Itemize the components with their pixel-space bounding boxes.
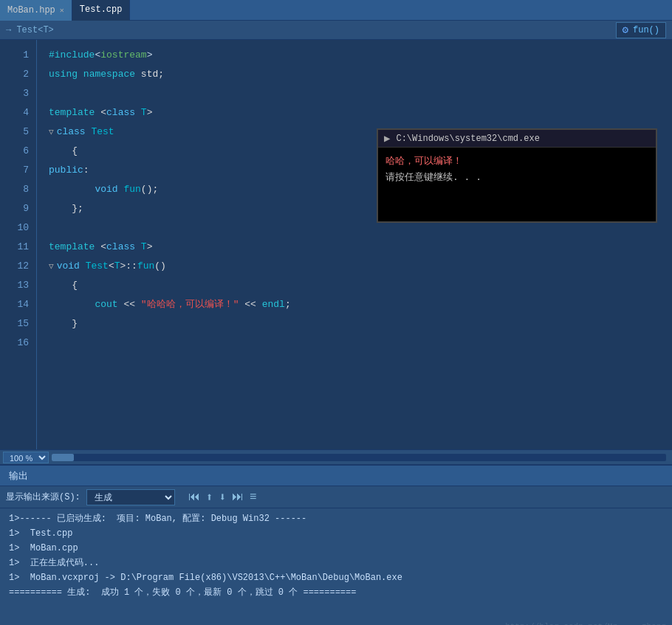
line-numbers: 1 2 3 4 5 6 7 8 9 10 11 12 13 14 15 16 — [0, 40, 37, 449]
settings-icon: ⚙ — [623, 24, 628, 36]
breadcrumb-function: fun() — [633, 25, 659, 35]
ln-9: 9 — [0, 199, 36, 218]
output-panel: 输出 显示输出来源(S): 生成 ⏮ ⬆ ⬇ ⏭ ≡ 1>------ 已启动生… — [0, 464, 672, 625]
output-content: 1>------ 已启动生成: 项目: MoBan, 配置: Debug Win… — [0, 508, 672, 603]
tab-test-label: Test.cpp — [80, 4, 123, 15]
cmd-overlay-window[interactable]: ▶ C:\Windows\system32\cmd.exe 哈哈，可以编译！ 请… — [377, 128, 657, 223]
cmd-line-2: 请按任意键继续. . . — [385, 172, 481, 183]
cmd-line-1: 哈哈，可以编译！ — [385, 156, 462, 167]
toolbar-btn-4[interactable]: ⏭ — [230, 488, 245, 505]
fold-12[interactable]: ▽ — [49, 257, 54, 276]
ln-11: 11 — [0, 238, 36, 257]
output-line-2: 1> Test.cpp — [9, 526, 663, 541]
code-line-2: using namespace std; — [49, 65, 660, 84]
tab-bar: MoBan.hpp ✕ Test.cpp — [0, 0, 672, 21]
output-source-select[interactable]: 生成 — [86, 489, 175, 505]
toolbar-icons: ⏮ ⬆ ⬇ ⏭ ≡ — [187, 488, 258, 506]
breadcrumb-left: → Test<T> — [6, 25, 57, 35]
tab-moban-close[interactable]: ✕ — [60, 6, 64, 15]
breadcrumb-text: → Test<T> — [6, 25, 54, 35]
output-title: 输出 — [9, 469, 28, 483]
editor-area: 1 2 3 4 5 6 7 8 9 10 11 12 13 14 15 16 #… — [0, 40, 672, 449]
output-line-5: 1> MoBan.vcxproj -> D:\Program File(x86)… — [9, 570, 663, 585]
code-line-14: cout << "哈哈哈，可以编译！" << endl; — [49, 295, 660, 314]
toolbar-btn-5[interactable]: ≡ — [248, 489, 258, 505]
tab-moban-label: MoBan.hpp — [7, 5, 55, 15]
ln-16: 16 — [0, 334, 36, 353]
scroll-thumb[interactable] — [52, 454, 74, 461]
ln-6: 6 — [0, 142, 36, 161]
output-line-3: 1> MoBan.cpp — [9, 541, 663, 556]
ln-4: 4 — [0, 103, 36, 122]
ln-15: 15 — [0, 314, 36, 334]
output-header: 输出 — [0, 466, 672, 486]
tab-moban-hpp[interactable]: MoBan.hpp ✕ — [0, 0, 72, 21]
cmd-titlebar: ▶ C:\Windows\system32\cmd.exe — [378, 130, 656, 148]
ln-7: 7 — [0, 161, 36, 180]
output-source-label: 显示输出来源(S): — [6, 491, 80, 503]
ln-1: 1 — [0, 46, 36, 65]
code-line-1: #include<iostream> — [49, 46, 660, 65]
breadcrumb-right: ⚙ fun() — [616, 22, 666, 38]
breadcrumb-bar: → Test<T> ⚙ fun() — [0, 21, 672, 40]
ln-13: 13 — [0, 276, 36, 295]
zoom-selector[interactable]: 100 % — [3, 452, 49, 463]
code-content[interactable]: #include<iostream> using namespace std; … — [37, 40, 672, 449]
ln-3: 3 — [0, 84, 36, 103]
toolbar-btn-2[interactable]: ⬆ — [205, 488, 215, 506]
cmd-body: 哈哈，可以编译！ 请按任意键继续. . . — [378, 148, 656, 221]
code-line-3 — [49, 84, 660, 103]
toolbar-btn-1[interactable]: ⏮ — [187, 488, 202, 505]
cmd-icon: ▶ — [384, 132, 390, 145]
ln-5: 5 — [0, 122, 36, 142]
ln-14: 14 — [0, 295, 36, 314]
output-toolbar: 显示输出来源(S): 生成 ⏮ ⬆ ⬇ ⏭ ≡ — [0, 486, 672, 508]
code-line-15: } — [49, 314, 660, 334]
code-line-16 — [49, 334, 660, 353]
output-line-6: ========== 生成: 成功 1 个，失败 0 个，最新 0 个，跳过 0… — [9, 585, 663, 600]
scrollbar-area: 100 % — [0, 449, 672, 464]
ln-10: 10 — [0, 218, 36, 238]
horizontal-scrollbar[interactable] — [52, 454, 666, 461]
output-line-4: 1> 正在生成代码... — [9, 556, 663, 570]
ln-8: 8 — [0, 180, 36, 199]
ln-12: 12 — [0, 257, 36, 276]
output-line-1: 1>------ 已启动生成: 项目: MoBan, 配置: Debug Win… — [9, 511, 663, 526]
code-line-4: template <class T> — [49, 103, 660, 122]
tab-test-cpp[interactable]: Test.cpp — [72, 0, 131, 21]
code-line-11: template <class T> — [49, 238, 660, 257]
code-line-12: ▽void Test<T>::fun() — [49, 257, 660, 276]
code-line-13: { — [49, 276, 660, 295]
fold-5[interactable]: ▽ — [49, 122, 54, 142]
cmd-title: C:\Windows\system32\cmd.exe — [396, 134, 539, 144]
ln-2: 2 — [0, 65, 36, 84]
watermark: http://blog.csdn.net/Mr_____zhang — [505, 622, 666, 625]
toolbar-btn-3[interactable]: ⬇ — [217, 488, 227, 506]
